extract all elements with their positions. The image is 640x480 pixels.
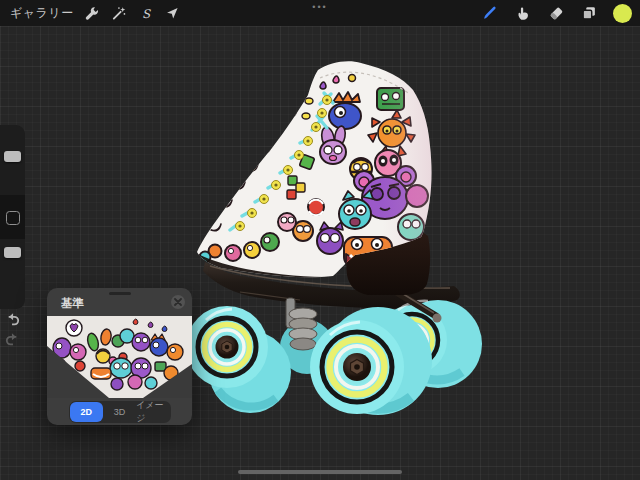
redo-icon[interactable]	[3, 329, 22, 348]
brush-size-slider[interactable]	[4, 151, 21, 162]
brush-icon[interactable]	[481, 4, 499, 22]
undo-icon[interactable]	[3, 309, 22, 328]
tab-image[interactable]: イメージ	[136, 402, 169, 422]
close-icon[interactable]	[171, 295, 185, 309]
view-mode-segmented-control: 2D 3D イメージ	[69, 401, 171, 423]
opacity-slider[interactable]	[4, 247, 21, 258]
tab-2d[interactable]: 2D	[70, 402, 103, 422]
modify-button[interactable]	[6, 211, 20, 225]
reference-panel[interactable]: 基準	[47, 288, 192, 425]
selection-s-icon[interactable]: S	[137, 4, 155, 22]
color-swatch[interactable]	[613, 4, 632, 23]
tab-3d[interactable]: 3D	[103, 402, 136, 422]
smudge-finger-icon[interactable]	[514, 4, 532, 22]
transform-arrow-icon[interactable]	[164, 4, 182, 22]
canvas-menu-dots[interactable]: •••	[312, 2, 327, 12]
actions-wrench-icon[interactable]	[83, 4, 101, 22]
gallery-button[interactable]: ギャラリー	[10, 5, 74, 22]
layers-icon[interactable]	[580, 4, 598, 22]
home-indicator[interactable]	[238, 470, 402, 474]
reference-panel-title: 基準	[61, 296, 84, 311]
reference-tab-bar: 2D 3D イメージ	[47, 398, 192, 425]
eraser-icon[interactable]	[547, 4, 565, 22]
reference-thumbnail[interactable]	[47, 316, 192, 398]
top-toolbar: ギャラリー S •••	[0, 0, 640, 26]
brush-sidebar	[0, 125, 25, 309]
svg-text:S: S	[142, 6, 151, 20]
adjustments-wand-icon[interactable]	[110, 4, 128, 22]
panel-drag-handle[interactable]	[109, 292, 131, 295]
